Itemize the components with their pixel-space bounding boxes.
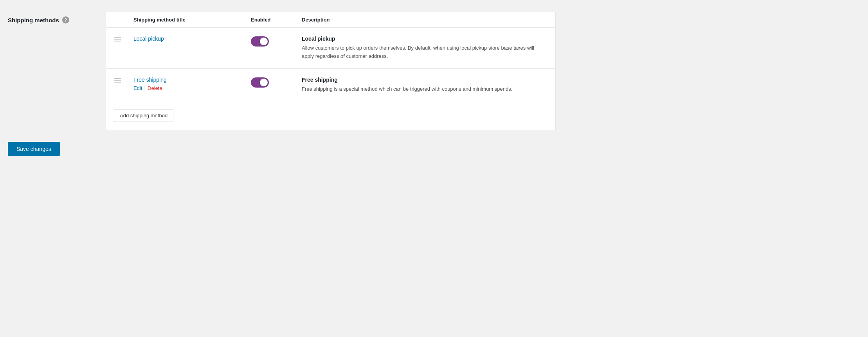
action-separator: |: [144, 85, 146, 91]
add-method-row: Add shipping method: [106, 101, 555, 130]
method-actions-free-shipping: Edit | Delete: [133, 85, 251, 91]
description-local-pickup: Local pickup Allow customers to pick up …: [302, 36, 547, 61]
drag-handle-local-pickup[interactable]: [114, 36, 133, 41]
method-info-free-shipping: Free shipping Edit | Delete: [133, 77, 251, 91]
toggle-local-pickup[interactable]: [251, 36, 269, 47]
shipping-methods-table: Shipping method title Enabled Descriptio…: [106, 12, 556, 130]
method-info-local-pickup: Local pickup: [133, 36, 251, 42]
toggle-slider-local-pickup: [251, 36, 269, 47]
toggle-container-local-pickup: [251, 36, 302, 47]
help-icon[interactable]: ?: [62, 16, 69, 23]
drag-handle-free-shipping[interactable]: [114, 77, 133, 82]
delete-free-shipping-link[interactable]: Delete: [148, 85, 162, 91]
toggle-free-shipping[interactable]: [251, 77, 269, 88]
description-title-free-shipping: Free shipping: [302, 77, 540, 83]
toggle-slider-free-shipping: [251, 77, 269, 88]
add-shipping-method-button[interactable]: Add shipping method: [114, 109, 173, 122]
label-section: Shipping methods ?: [8, 12, 94, 23]
local-pickup-link[interactable]: Local pickup: [133, 36, 251, 42]
page-wrapper: Shipping methods ? Shipping method title…: [8, 12, 556, 130]
drag-line: [114, 82, 121, 82]
save-changes-button[interactable]: Save changes: [8, 142, 60, 156]
drag-line: [114, 37, 121, 38]
header-drag: [114, 17, 133, 23]
header-title: Shipping method title: [133, 17, 251, 23]
header-enabled: Enabled: [251, 17, 302, 23]
table-row: Local pickup Local pickup Allow customer…: [106, 28, 555, 69]
free-shipping-link[interactable]: Free shipping: [133, 77, 251, 83]
drag-line: [114, 78, 121, 79]
section-title: Shipping methods: [8, 17, 59, 23]
edit-free-shipping-link[interactable]: Edit: [133, 85, 142, 91]
save-section: Save changes: [8, 142, 860, 156]
description-title-local-pickup: Local pickup: [302, 36, 540, 42]
description-text-free-shipping: Free shipping is a special method which …: [302, 85, 540, 93]
description-free-shipping: Free shipping Free shipping is a special…: [302, 77, 547, 93]
header-description: Description: [302, 17, 547, 23]
drag-line: [114, 41, 121, 41]
table-row: Free shipping Edit | Delete Free shippin…: [106, 69, 555, 102]
table-header: Shipping method title Enabled Descriptio…: [106, 12, 555, 28]
description-text-local-pickup: Allow customers to pick up orders themse…: [302, 44, 540, 61]
drag-line: [114, 39, 121, 39]
toggle-container-free-shipping: [251, 77, 302, 88]
drag-line: [114, 80, 121, 81]
